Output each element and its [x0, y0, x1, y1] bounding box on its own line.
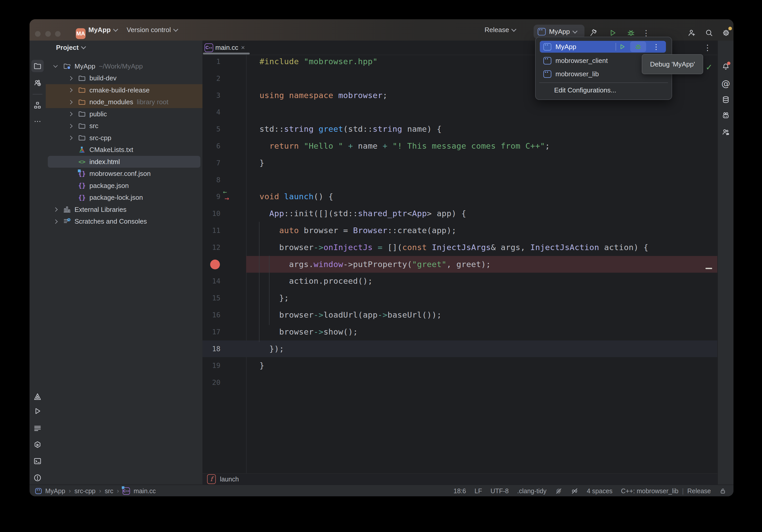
ai-assistant-status-icon[interactable]: @	[555, 487, 563, 495]
breadcrumb-function[interactable]: launch	[220, 476, 239, 483]
status-path-1[interactable]: src-cpp	[74, 487, 96, 495]
tool-notifications-button[interactable]	[720, 61, 732, 73]
cpp-file-icon: C++	[122, 487, 130, 495]
tool-cmake-button[interactable]	[31, 390, 44, 403]
nav-arrow-forward-icon[interactable]: →	[225, 194, 229, 203]
tool-terminal-button[interactable]	[31, 455, 44, 467]
status-item-0[interactable]: 18:6	[453, 487, 466, 495]
code-token: InjectJsAction	[530, 243, 599, 252]
project-app-icon	[35, 488, 41, 494]
code-token: greet	[319, 124, 343, 134]
chevron-down-icon[interactable]	[53, 63, 58, 68]
tool-ai-assistant-button[interactable]: @	[720, 77, 732, 90]
chevron-right-icon[interactable]	[68, 88, 73, 93]
breakpoint-icon[interactable]	[210, 260, 220, 269]
status-item-3[interactable]: .clang-tidy	[517, 487, 547, 495]
project-menu[interactable]: MyApp	[88, 19, 117, 40]
chevron-right-icon[interactable]	[68, 124, 73, 128]
tree-item-package-lock-json[interactable]: {}package-lock.json	[46, 192, 202, 204]
tool-build-service-button[interactable]	[720, 109, 732, 122]
breakpoint-stripe-mark	[706, 268, 712, 269]
project-panel-header[interactable]: Project	[56, 40, 85, 54]
line-number: 1	[202, 53, 220, 70]
tree-item-build-dev[interactable]: build-dev	[46, 72, 202, 84]
status-breadcrumb-path: MyApp›src-cpp›src›C++main.cc	[35, 485, 156, 496]
more-actions-kebab-icon[interactable]: ⋮	[652, 42, 660, 51]
tree-item-node-modules[interactable]: node_moduleslibrary root	[46, 96, 202, 108]
status-path-2[interactable]: src	[105, 487, 113, 495]
tool-project-button[interactable]	[31, 60, 44, 72]
code-line-4: 4	[202, 104, 717, 121]
chevron-right-icon[interactable]	[68, 136, 73, 140]
tree-item-src[interactable]: src	[46, 120, 202, 132]
status-path-3[interactable]: main.cc	[134, 487, 156, 495]
chevron-right-icon[interactable]	[68, 100, 73, 104]
folder-x-icon	[78, 86, 86, 95]
debug-button[interactable]	[630, 41, 646, 52]
window-zoom-button[interactable]	[55, 31, 61, 37]
tool-more-button[interactable]	[31, 115, 44, 128]
lock-open-icon[interactable]	[719, 488, 726, 495]
chevron-right-icon[interactable]	[53, 219, 58, 224]
project-tool-window: Project MyApp~/Work/MyAppbuild-devcmake-…	[46, 40, 203, 485]
vcs-menu[interactable]: Version control	[127, 19, 178, 40]
status-indent-widget[interactable]: 4 spaces	[587, 487, 612, 495]
window-close-button[interactable]	[35, 31, 40, 37]
copilot-disabled-icon[interactable]	[571, 487, 578, 495]
chevron-right-icon[interactable]	[53, 207, 58, 212]
build-type-selector[interactable]: Release	[485, 19, 516, 40]
status-path-0[interactable]: MyApp	[45, 487, 65, 495]
tool-database-button[interactable]	[720, 94, 732, 106]
chevron-right-icon[interactable]	[68, 112, 73, 116]
status-widgets: 18:6LFUTF-8.clang-tidy@4 spacesC++: mobr…	[453, 485, 726, 496]
tool-services-button[interactable]	[31, 439, 44, 451]
settings-button[interactable]	[721, 27, 732, 38]
tool-commit-icon	[33, 79, 42, 87]
search-icon	[705, 29, 714, 37]
folder-icon	[78, 74, 86, 83]
tool-todo-icon	[33, 424, 42, 432]
run-button[interactable]	[618, 43, 626, 51]
tree-item-index-html[interactable]: <>index.html	[46, 156, 202, 168]
window-minimize-button[interactable]	[45, 31, 51, 37]
tree-label-text: build-dev	[89, 74, 116, 82]
code-token: "mobrowser.hpp"	[304, 57, 377, 66]
code-token: ;	[383, 91, 387, 100]
tree-item-myapp[interactable]: MyApp~/Work/MyApp	[46, 60, 202, 72]
code-token	[314, 124, 319, 134]
status-item-2[interactable]: UTF-8	[491, 487, 509, 495]
right-tool-strip: @	[717, 40, 733, 485]
folder-icon	[78, 110, 86, 118]
notification-badge	[727, 62, 730, 65]
status-item-1[interactable]: LF	[475, 487, 482, 495]
tree-label-text: src-cpp	[89, 134, 111, 142]
tree-item-scratches-and-consoles[interactable]: Scratches and Consoles	[46, 216, 202, 228]
code-token: }	[260, 158, 265, 167]
chevron-right-icon[interactable]	[68, 76, 73, 80]
tool-todo-button[interactable]	[31, 422, 44, 434]
project-menu-label: MyApp	[88, 26, 111, 34]
tree-item-public[interactable]: public	[46, 108, 202, 120]
code-token: loadUrl(app	[324, 310, 378, 319]
tree-item-cmakelists-txt[interactable]: CMakeLists.txt	[46, 144, 202, 156]
tool-code-with-me-button[interactable]	[720, 126, 732, 138]
code-text: });	[260, 340, 284, 358]
add-user-button[interactable]	[686, 27, 697, 38]
tool-structure-button[interactable]	[31, 99, 44, 111]
search-button[interactable]	[704, 27, 715, 38]
code-text: std::string greet(std::string name) {	[260, 121, 442, 138]
status-toolchain-widget[interactable]: C++: mobrowser_lib|Release	[621, 487, 711, 495]
tool-run-button[interactable]	[31, 405, 44, 417]
code-token: args.	[260, 260, 314, 269]
code-token	[299, 57, 304, 66]
tree-item-cmake-build-release[interactable]: cmake-build-release	[46, 84, 202, 96]
tool-commit-button[interactable]	[31, 77, 44, 89]
tool-problems-button[interactable]	[31, 472, 44, 484]
run-config-item-myapp[interactable]: MyApp⋮	[540, 41, 666, 53]
tree-item-external-libraries[interactable]: External Libraries	[46, 204, 202, 215]
tree-item-mobrowser-conf-json[interactable]: {}mobrowser.conf.json	[46, 168, 202, 180]
edit-configurations-item[interactable]: Edit Configurations...	[554, 84, 616, 97]
tree-item-src-cpp[interactable]: src-cpp	[46, 132, 202, 144]
tree-item-package-json[interactable]: {}package.json	[46, 180, 202, 192]
status-bar: MyApp›src-cpp›src›C++main.cc 18:6LFUTF-8…	[30, 485, 733, 496]
